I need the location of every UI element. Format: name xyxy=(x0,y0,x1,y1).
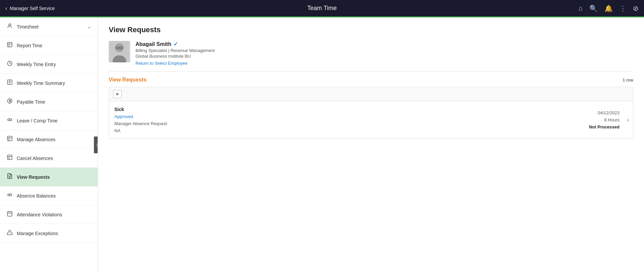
table-row[interactable]: Sick Approved Manager Absence Request NA… xyxy=(109,101,633,139)
employee-dept: Global Business Institute BU xyxy=(136,54,215,59)
payable-time-icon xyxy=(7,98,13,106)
topbar-title: Team Time xyxy=(307,5,337,12)
main-layout: Timesheet ⌄ Report Time Weekly Time Entr… xyxy=(0,17,644,272)
request-hours: 8 Hours xyxy=(604,117,620,122)
view-requests-icon xyxy=(7,173,13,181)
employee-info: Abagail Smith ✓ Billing Specialist | Rev… xyxy=(136,41,215,66)
page-title: View Requests xyxy=(109,25,633,34)
leave-comp-time-icon xyxy=(7,117,13,124)
svg-point-20 xyxy=(10,194,12,196)
topbar: ‹ Manager Self Service Team Time ⌂ 🔍 🔔 ⋮… xyxy=(0,0,644,17)
expand-icon: ⌄ xyxy=(88,24,91,29)
row-count: 1 row xyxy=(623,77,633,83)
topbar-actions: ⌂ 🔍 🔔 ⋮ ⊘ xyxy=(579,4,639,12)
sidebar-item-cancel-absences[interactable]: Cancel Absences xyxy=(0,149,98,168)
cancel-absences-icon xyxy=(7,154,13,162)
return-to-select-employee-link[interactable]: Return to Select Employee xyxy=(136,61,215,66)
divider xyxy=(109,71,633,71)
sidebar-item-absence-balances[interactable]: Absence Balances xyxy=(0,186,98,205)
svg-rect-11 xyxy=(7,136,12,141)
svg-rect-14 xyxy=(7,155,12,160)
svg-point-9 xyxy=(8,119,10,121)
sidebar-item-label: Leave / Comp Time xyxy=(17,118,57,123)
sidebar-item-manage-exceptions[interactable]: Manage Exceptions xyxy=(0,224,98,243)
svg-point-10 xyxy=(10,119,12,121)
report-time-icon xyxy=(7,42,13,49)
verified-icon: ✓ xyxy=(173,41,178,47)
request-type: Sick xyxy=(114,107,589,112)
absence-balances-icon xyxy=(7,192,13,200)
back-label: Manager Self Service xyxy=(10,6,55,11)
request-source: Manager Absence Request xyxy=(114,121,589,126)
employee-name: Abagail Smith xyxy=(136,41,171,47)
content-area: View Requests Abagail Smith ✓ xyxy=(98,17,644,272)
manage-absences-icon xyxy=(7,135,13,143)
sidebar-item-view-requests[interactable]: View Requests xyxy=(0,168,98,186)
request-note: NA xyxy=(114,128,589,133)
sidebar-item-attendance-violations[interactable]: Attendance Violations xyxy=(0,205,98,224)
request-meta: 04/12/2023 8 Hours Not Processed xyxy=(589,107,628,133)
sidebar-item-label: Cancel Absences xyxy=(17,156,53,161)
request-details: Sick Approved Manager Absence Request NA xyxy=(114,107,589,133)
request-date: 04/12/2023 xyxy=(598,110,620,115)
sidebar-item-label: Timesheet xyxy=(17,24,39,30)
row-chevron-icon: › xyxy=(627,117,629,123)
requests-table: ≡ Sick Approved Manager Absence Request … xyxy=(109,87,633,139)
sidebar-item-label: View Requests xyxy=(17,174,50,180)
weekly-time-entry-icon xyxy=(7,60,13,68)
request-status: Approved xyxy=(114,114,589,119)
sidebar-collapse-button[interactable]: || xyxy=(94,137,98,153)
manage-exceptions-icon xyxy=(7,229,13,237)
bell-icon[interactable]: 🔔 xyxy=(604,4,613,12)
sidebar-item-label: Weekly Time Summary xyxy=(17,80,65,86)
more-icon[interactable]: ⋮ xyxy=(620,4,626,12)
back-icon: ‹ xyxy=(5,5,7,11)
sidebar-item-label: Weekly Time Entry xyxy=(17,62,56,67)
sidebar-item-weekly-time-entry[interactable]: Weekly Time Entry xyxy=(0,55,98,74)
sidebar-item-label: Manage Exceptions xyxy=(17,231,58,236)
sidebar-item-leave-comp-time[interactable]: Leave / Comp Time xyxy=(0,111,98,130)
section-header: View Requests 1 row xyxy=(109,77,633,83)
attendance-violations-icon xyxy=(7,211,13,218)
home-icon[interactable]: ⌂ xyxy=(579,4,583,12)
back-button[interactable]: ‹ Manager Self Service xyxy=(5,5,55,11)
svg-rect-21 xyxy=(7,212,12,216)
sidebar: Timesheet ⌄ Report Time Weekly Time Entr… xyxy=(0,17,98,272)
search-icon[interactable]: 🔍 xyxy=(589,4,598,12)
svg-point-0 xyxy=(9,24,11,26)
sidebar-item-label: Payable Time xyxy=(17,99,45,105)
sidebar-item-weekly-time-summary[interactable]: Weekly Time Summary xyxy=(0,74,98,93)
sidebar-item-payable-time[interactable]: Payable Time xyxy=(0,93,98,111)
sidebar-item-label: Manage Absences xyxy=(17,137,55,142)
sidebar-item-label: Absence Balances xyxy=(17,193,56,199)
filter-icon: ≡ xyxy=(116,92,119,97)
employee-name-row: Abagail Smith ✓ xyxy=(136,41,215,47)
request-processed-status: Not Processed xyxy=(589,124,620,129)
sidebar-item-label: Attendance Violations xyxy=(17,212,62,217)
filter-button[interactable]: ≡ xyxy=(113,90,122,98)
employee-avatar xyxy=(109,41,130,62)
employee-card: Abagail Smith ✓ Billing Specialist | Rev… xyxy=(109,41,633,66)
table-toolbar: ≡ xyxy=(109,87,633,101)
sidebar-item-timesheet[interactable]: Timesheet ⌄ xyxy=(0,17,98,36)
block-icon[interactable]: ⊘ xyxy=(633,4,639,12)
weekly-time-summary-icon xyxy=(7,79,13,87)
timesheet-icon xyxy=(7,23,13,31)
svg-rect-1 xyxy=(7,42,12,47)
sidebar-item-label: Report Time xyxy=(17,43,42,48)
svg-point-19 xyxy=(8,194,10,196)
sidebar-item-report-time[interactable]: Report Time xyxy=(0,36,98,55)
employee-role: Billing Specialist | Revenue Management xyxy=(136,48,215,53)
sidebar-item-manage-absences[interactable]: Manage Absences xyxy=(0,130,98,149)
section-title: View Requests xyxy=(109,77,147,83)
